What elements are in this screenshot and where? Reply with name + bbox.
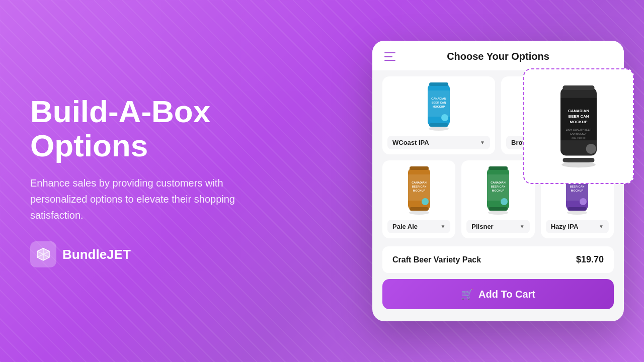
add-to-cart-button[interactable]: 🛒 Add To Cart — [382, 279, 614, 309]
svg-point-47 — [488, 211, 508, 215]
svg-point-20 — [429, 127, 449, 131]
svg-point-17 — [441, 114, 448, 121]
pale-ale-dropdown[interactable]: Pale Ale ▼ — [387, 220, 450, 233]
svg-point-8 — [586, 144, 596, 154]
dropdown-chevron-5: ▼ — [599, 224, 604, 229]
svg-rect-18 — [429, 82, 448, 86]
svg-text:BEER CAN: BEER CAN — [568, 114, 589, 119]
svg-rect-55 — [568, 207, 587, 211]
add-to-cart-label: Add To Cart — [478, 289, 535, 300]
can-container-4: CANADIAN BEER CAN MOCKUP — [466, 165, 529, 216]
pilsner-dropdown[interactable]: Pilsner ▼ — [466, 220, 529, 233]
svg-rect-10 — [563, 158, 595, 162]
svg-point-44 — [501, 198, 508, 205]
svg-rect-46 — [489, 207, 508, 211]
left-panel: Build-A-Box Options Enhance sales by pro… — [30, 95, 252, 267]
dropdown-chevron-1: ▼ — [480, 140, 485, 145]
svg-rect-19 — [429, 123, 448, 127]
svg-text:CANADIAN: CANADIAN — [491, 181, 505, 184]
svg-point-53 — [580, 198, 587, 205]
product-cell-pale-ale: CANADIAN BEER CAN MOCKUP Pale Ale ▼ — [382, 160, 455, 238]
svg-text:MOCKUP: MOCKUP — [413, 189, 425, 192]
main-title: Build-A-Box Options — [30, 95, 252, 163]
svg-point-35 — [422, 198, 429, 205]
dropdown-chevron-3: ▼ — [440, 224, 445, 229]
svg-rect-45 — [489, 166, 508, 170]
can-svg-3: CANADIAN BEER CAN MOCKUP — [404, 165, 434, 216]
wcoast-ipa-dropdown[interactable]: WCoast IPA ▼ — [387, 136, 490, 149]
can-svg-1: CANADIAN BEER CAN MOCKUP — [424, 81, 454, 132]
header-title: Choose Your Options — [404, 51, 612, 62]
brand: BundleJET — [30, 241, 252, 267]
brand-name: BundleJET — [62, 247, 131, 262]
can-svg-4: CANADIAN BEER CAN MOCKUP — [483, 165, 513, 216]
svg-text:BEER CAN: BEER CAN — [432, 101, 446, 104]
svg-rect-36 — [410, 166, 429, 170]
menu-icon[interactable] — [384, 52, 395, 61]
ui-card: CANADIAN BEER CAN MOCKUP 100% QUALITY BE… — [372, 41, 624, 321]
summary-bar: Craft Beer Variety Pack $19.70 — [382, 246, 614, 273]
svg-text:CANADIAN: CANADIAN — [431, 97, 446, 100]
popup-can-svg: CANADIAN BEER CAN MOCKUP 100% QUALITY BE… — [543, 81, 614, 171]
svg-rect-9 — [563, 85, 595, 90]
svg-rect-37 — [410, 207, 429, 211]
svg-point-11 — [561, 162, 596, 167]
card-header: Choose Your Options — [372, 41, 624, 70]
brand-logo — [30, 241, 56, 267]
svg-text:MOCKUP: MOCKUP — [570, 120, 588, 124]
svg-point-38 — [409, 211, 429, 215]
svg-text:CAN MOCKUP: CAN MOCKUP — [570, 132, 588, 135]
dropdown-chevron-4: ▼ — [520, 224, 525, 229]
cart-icon: 🛒 — [461, 288, 473, 300]
can-container-3: CANADIAN BEER CAN MOCKUP — [387, 165, 450, 216]
svg-text:BEER CAN: BEER CAN — [570, 185, 585, 188]
svg-text:MOCKUP: MOCKUP — [571, 189, 584, 192]
subtitle: Enhance sales by providing customers wit… — [30, 175, 252, 223]
can-container-1: CANADIAN BEER CAN MOCKUP — [387, 81, 490, 132]
svg-point-56 — [567, 211, 587, 215]
svg-text:2024 @103 DO: 2024 @103 DO — [572, 137, 585, 139]
summary-label: Craft Beer Variety Pack — [392, 255, 481, 264]
product-cell-wcoast-ipa: CANADIAN BEER CAN MOCKUP WCoast IPA ▼ — [382, 76, 495, 154]
svg-text:CANADIAN: CANADIAN — [412, 181, 426, 184]
svg-text:BEER CAN: BEER CAN — [491, 185, 506, 188]
svg-text:MOCKUP: MOCKUP — [492, 189, 505, 192]
hazy-ipa-dropdown[interactable]: Hazy IPA ▼ — [546, 220, 609, 233]
popup-card: CANADIAN BEER CAN MOCKUP 100% QUALITY BE… — [523, 68, 634, 184]
summary-price: $19.70 — [576, 254, 604, 265]
svg-text:MOCKUP: MOCKUP — [433, 105, 445, 108]
svg-text:CANADIAN: CANADIAN — [568, 109, 589, 113]
svg-text:BEER CAN: BEER CAN — [412, 185, 426, 188]
svg-text:100% QUALITY BEER: 100% QUALITY BEER — [566, 128, 592, 131]
